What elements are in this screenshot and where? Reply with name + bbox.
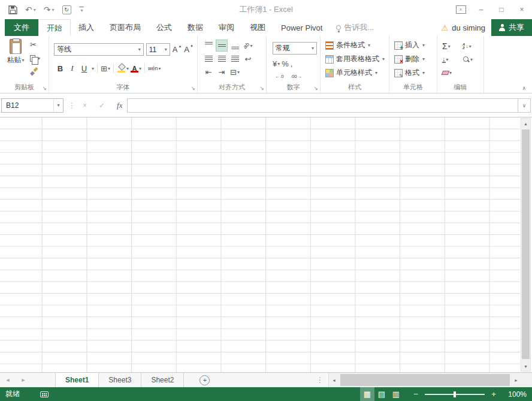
align-top-button[interactable] — [202, 40, 214, 52]
tab-power-pivot[interactable]: Power Pivot — [273, 19, 330, 36]
bold-button[interactable]: B — [55, 64, 65, 73]
redo-button[interactable]: ↷▾ — [44, 5, 55, 14]
align-right-button[interactable] — [229, 53, 241, 65]
autosum-button[interactable]: Σ▾ — [442, 41, 463, 52]
shrink-font-button[interactable]: A▼ — [184, 45, 194, 54]
insert-cells-button[interactable]: 插入 ▾ — [392, 38, 434, 52]
font-size-combo[interactable]: 11▾ — [146, 43, 170, 56]
clipboard-dialog-launcher[interactable]: ↘ — [42, 86, 47, 91]
increase-decimal-button[interactable]: ←.0 — [273, 72, 286, 81]
grow-font-button[interactable]: A▲ — [173, 45, 182, 54]
fill-button[interactable]: ↓▾ — [442, 54, 463, 65]
next-sheet-button[interactable]: ► — [16, 373, 31, 387]
increase-indent-button[interactable]: ⇥ — [216, 66, 228, 78]
new-sheet-button[interactable]: + — [200, 375, 210, 385]
format-painter-button[interactable] — [30, 67, 40, 77]
tab-data[interactable]: 数据 — [180, 19, 211, 36]
font-dialog-launcher[interactable]: ↘ — [191, 86, 195, 91]
customize-quick-access-button[interactable]: ▾ — [79, 7, 84, 13]
horizontal-scrollbar-thumb[interactable] — [340, 374, 510, 386]
macro-record-icon[interactable] — [40, 391, 49, 397]
sheet-tab-sheet2[interactable]: Sheet2 — [141, 373, 184, 387]
decrease-decimal-button[interactable]: .00→ — [288, 72, 304, 81]
scroll-left-button[interactable]: ◄ — [329, 373, 339, 387]
decrease-indent-button[interactable]: ⇤ — [202, 66, 214, 78]
clear-button[interactable]: ▾ — [442, 67, 463, 78]
format-as-table-button[interactable]: 套用表格格式 ▾ — [323, 52, 386, 66]
orientation-button[interactable]: ab▾ — [242, 40, 254, 52]
phonetic-guide-button[interactable]: wén▾ — [148, 65, 161, 71]
paste-button[interactable]: 粘贴▾ — [4, 39, 28, 65]
wrap-text-button[interactable]: ↩ — [242, 53, 254, 65]
vertical-scrollbar-thumb[interactable] — [522, 129, 530, 359]
share-button[interactable]: 共享 — [491, 19, 532, 36]
cut-button[interactable]: ✂ — [30, 40, 40, 49]
horizontal-scrollbar-track[interactable] — [339, 373, 511, 387]
scroll-up-button[interactable]: ▲ — [521, 119, 530, 128]
page-layout-view-button[interactable]: ▤ — [374, 387, 389, 401]
underline-caret-icon[interactable]: ▾ — [92, 66, 94, 71]
insert-function-button[interactable]: fx — [117, 101, 122, 110]
tab-home[interactable]: 开始 — [38, 19, 71, 36]
fill-color-button[interactable]: ▾ — [117, 64, 129, 73]
ribbon-display-options-button[interactable]: ∧ — [451, 0, 471, 19]
name-box[interactable]: B12 ▾ — [1, 98, 64, 113]
conditional-formatting-button[interactable]: 条件格式 ▾ — [323, 38, 386, 52]
formula-input[interactable] — [127, 98, 518, 113]
find-select-button[interactable]: ▾ — [463, 54, 483, 65]
copy-button[interactable]: ▾ — [30, 53, 40, 63]
merge-center-button[interactable]: ⊟▾ — [229, 66, 241, 78]
zoom-in-button[interactable]: + — [489, 390, 498, 399]
page-break-view-button[interactable]: ▥ — [389, 387, 403, 401]
scroll-down-button[interactable]: ▼ — [521, 361, 530, 371]
tab-bar-splitter[interactable]: ⋮ — [312, 376, 328, 384]
accounting-format-button[interactable]: ¥▾ — [273, 59, 280, 68]
number-dialog-launcher[interactable]: ↘ — [313, 86, 318, 91]
zoom-slider-thumb[interactable] — [454, 391, 456, 397]
maximize-button[interactable]: □ — [491, 0, 512, 19]
cell-styles-button[interactable]: 单元格样式 ▾ — [323, 66, 386, 80]
italic-button[interactable]: I — [67, 64, 77, 73]
tab-review[interactable]: 审阅 — [211, 19, 242, 36]
align-center-button[interactable] — [216, 53, 228, 65]
minimize-button[interactable]: – — [471, 0, 491, 19]
number-format-combo[interactable]: 常规▾ — [273, 42, 317, 55]
tab-insert[interactable]: 插入 — [71, 19, 102, 36]
expand-formula-bar-button[interactable]: ∨ — [518, 98, 531, 113]
align-middle-button[interactable] — [216, 40, 228, 52]
undo-button[interactable]: ↶▾ — [25, 5, 36, 14]
vertical-scrollbar[interactable]: ▲ ▼ — [521, 118, 531, 372]
sheet-tab-sheet1[interactable]: Sheet1 — [55, 373, 99, 387]
percent-style-button[interactable]: % — [282, 59, 289, 68]
save-icon[interactable] — [8, 5, 17, 14]
comma-style-button[interactable]: , — [291, 59, 293, 68]
align-bottom-button[interactable] — [229, 40, 241, 52]
cancel-entry-button[interactable]: × — [83, 101, 87, 110]
worksheet-grid[interactable] — [0, 117, 520, 372]
tab-view[interactable]: 视图 — [242, 19, 273, 36]
account-area[interactable]: ⚠ du siming — [436, 19, 491, 36]
scroll-right-button[interactable]: ► — [511, 373, 521, 387]
font-color-button[interactable]: A▾ — [131, 64, 141, 73]
quick-access-custom-button[interactable]: ↻ — [62, 5, 71, 14]
tab-page-layout[interactable]: 页面布局 — [102, 19, 149, 36]
horizontal-scrollbar[interactable]: ◄ ► — [328, 373, 521, 387]
align-left-button[interactable] — [202, 53, 214, 65]
tab-formulas[interactable]: 公式 — [149, 19, 180, 36]
alignment-dialog-launcher[interactable]: ↘ — [259, 86, 264, 91]
zoom-level[interactable]: 100% — [501, 390, 527, 399]
zoom-out-button[interactable]: − — [412, 390, 420, 399]
normal-view-button[interactable]: ▦ — [360, 387, 374, 401]
format-cells-button[interactable]: 格式 ▾ — [392, 66, 434, 80]
name-box-dropdown[interactable]: ▾ — [53, 99, 63, 112]
tab-file[interactable]: 文件 — [5, 19, 38, 36]
close-button[interactable]: × — [512, 0, 532, 19]
sheet-tab-sheet3[interactable]: Sheet3 — [99, 373, 141, 387]
previous-sheet-button[interactable]: ◄ — [0, 373, 16, 387]
formula-bar-splitter[interactable]: ⋮ — [64, 101, 80, 110]
delete-cells-button[interactable]: 删除 ▾ — [392, 52, 434, 66]
collapse-ribbon-button[interactable]: ∧ — [522, 85, 526, 91]
enter-entry-button[interactable]: ✓ — [99, 101, 105, 110]
tell-me-box[interactable]: 告诉我... — [330, 19, 380, 36]
zoom-slider[interactable] — [425, 394, 485, 395]
